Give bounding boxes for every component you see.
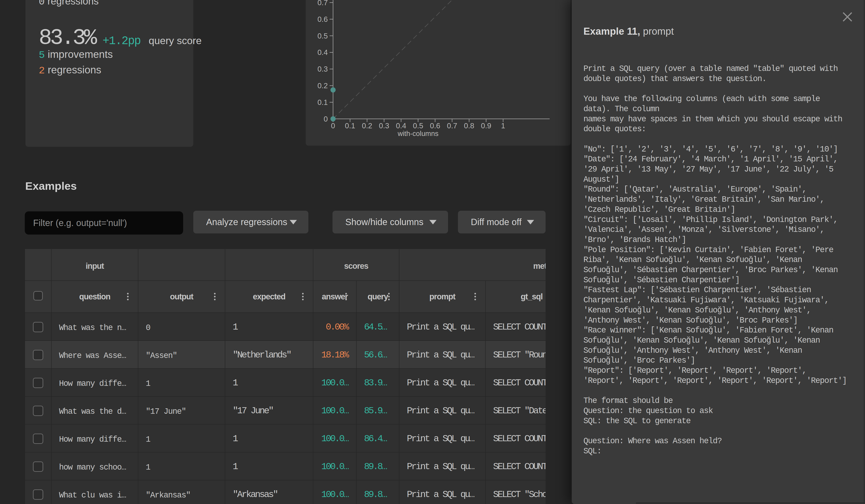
svg-text:0.4: 0.4 bbox=[318, 48, 328, 57]
svg-text:1: 1 bbox=[501, 121, 505, 130]
svg-text:0.6: 0.6 bbox=[430, 121, 440, 130]
svg-text:with-columns: with-columns bbox=[397, 130, 439, 138]
svg-text:0: 0 bbox=[324, 115, 328, 123]
svg-text:0.9: 0.9 bbox=[481, 121, 491, 130]
svg-text:0.1: 0.1 bbox=[345, 121, 355, 130]
svg-text:0.1: 0.1 bbox=[318, 98, 328, 106]
svg-text:0.6: 0.6 bbox=[318, 15, 328, 23]
svg-text:0.2: 0.2 bbox=[362, 121, 372, 130]
svg-text:0.5: 0.5 bbox=[318, 32, 328, 40]
svg-text:0.3: 0.3 bbox=[379, 121, 389, 130]
svg-text:0.7: 0.7 bbox=[318, 0, 328, 7]
svg-text:0.5: 0.5 bbox=[413, 121, 423, 130]
svg-text:0.8: 0.8 bbox=[464, 121, 474, 130]
svg-text:0.4: 0.4 bbox=[396, 121, 406, 130]
svg-text:0.7: 0.7 bbox=[447, 121, 457, 130]
svg-text:0.2: 0.2 bbox=[318, 82, 328, 90]
svg-text:0.3: 0.3 bbox=[318, 65, 328, 73]
svg-text:0: 0 bbox=[331, 121, 335, 130]
